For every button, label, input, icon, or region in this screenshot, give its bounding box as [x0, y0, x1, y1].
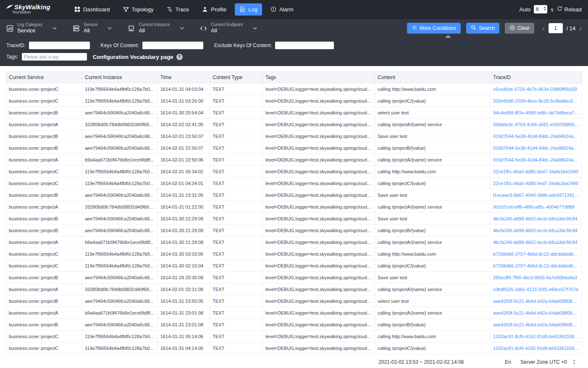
cell-trace-id[interactable]: f1eceee3-6b67-4040-998b-adc6871261c1 — [491, 189, 582, 201]
cell-trace-id[interactable]: aae4269f-0c21-4b4d-b42a-64ab08808ac8 — [491, 307, 582, 319]
cell-trace-id[interactable]: c6ced5de-5720-4d7b-9634-03f86ff55d30 — [491, 83, 582, 95]
table-row[interactable]: business-zone::projectC119e7f96564b4a4fb… — [6, 177, 582, 189]
cell-trace-id[interactable]: 002d7ce0-bff6-466f-a85c-4004677d8fbf — [491, 201, 582, 213]
cell-trace-id[interactable]: 285ecff8-7f50-4bc3-9093-6a7e50b6a9a3 — [491, 272, 582, 283]
table-row[interactable]: business-zone::projectBaee79464c59046fca… — [6, 107, 582, 119]
cell-content: calling /projectC/{value} — [375, 260, 491, 272]
more-conditions-button[interactable]: More Conditions — [407, 23, 461, 34]
next-page-icon[interactable]: › — [579, 25, 582, 32]
cell-trace-id[interactable]: 330e89d0-2039-4bce-8c28-5c0ba6bc8ce7 — [491, 95, 582, 107]
table-row[interactable]: business-zone::projectBaee79464c59046fca… — [6, 142, 582, 154]
cell-current-service: business-zone::projectC — [6, 166, 82, 177]
nav-item-log[interactable]: Log — [235, 3, 262, 16]
cell-trace-id[interactable]: b7338db6-3707-4b6d-8c12-ddcdabbdb45a — [491, 260, 582, 272]
language-toggle[interactable]: En — [505, 359, 511, 365]
table-row[interactable]: business-zone::projectC119e7f96564b4a4fb… — [6, 260, 582, 272]
auto-label: Auto — [520, 6, 531, 13]
table-row[interactable]: business-zone::projectA332808d0fc784db08… — [6, 283, 582, 295]
table-row[interactable]: business-zone::projectC119e7f96564b4a4fb… — [6, 331, 582, 342]
nav-item-profile[interactable]: Profile — [197, 3, 231, 16]
cell-trace-id[interactable]: 22ce1f5c-d6a0-4d80-9ed7-34afa1be2490 — [491, 166, 582, 177]
cell-content: calling /projectB/{value} — [375, 142, 491, 154]
cell-trace-id[interactable]: 94c4ed58-8f1e-4088-bd8c-bb74d8eca703 — [491, 107, 582, 119]
stepper-down-icon[interactable] — [543, 9, 546, 11]
keys-of-content-input[interactable] — [142, 42, 203, 49]
table-row[interactable]: business-zone::projectC119e7f96564b4a4fb… — [6, 248, 582, 260]
stepper-up-icon[interactable] — [543, 6, 546, 8]
skywalking-log-page: SkyWalking Rocketbot DashboardTopologyTr… — [0, 0, 588, 368]
cell-trace-id[interactable]: 1332ac91-8cf6-4162-91d9-be53361168a9 — [491, 331, 582, 342]
cell-tags: level=DEBUG,logger=test.skywalking.sprin… — [263, 331, 375, 342]
table-row[interactable]: business-zone::projectAb9a4aa671b0f476b8… — [6, 307, 582, 319]
table-row[interactable]: business-zone::projectBaee79464c59046fca… — [6, 295, 582, 307]
cell-trace-id[interactable]: c0bd6525-2a6c-4123-92f1-e68ce57f767d — [491, 283, 582, 295]
auto-interval-value[interactable] — [534, 6, 542, 12]
clear-button[interactable]: Clear — [505, 23, 534, 34]
selector-log-category[interactable]: Log CategoryService — [6, 22, 57, 34]
table-row[interactable]: business-zone::projectC119e7f96564b4a4fb… — [6, 83, 582, 95]
cell-trace-id[interactable]: 4bcfa246-dd99-4b52-bccb-b8ca3dc5fc94 — [491, 236, 582, 248]
exclude-keys-input[interactable] — [275, 42, 334, 49]
table-row[interactable]: business-zone::projectBaee79464c59046fca… — [6, 130, 582, 142]
zone-up-icon[interactable] — [573, 360, 575, 361]
nav-item-alarm[interactable]: Alarm — [266, 3, 298, 16]
cell-trace-id[interactable]: aae4269f-0c21-4b4d-b42a-64ab08808ac8 — [491, 295, 582, 307]
nav-item-topology[interactable]: Topology — [118, 3, 158, 16]
page-total-label: / 14 — [567, 25, 576, 32]
time-range-picker[interactable]: 2021-02-02 13:53 ~ 2021-02-02 14:08 — [378, 359, 464, 365]
skywalking-logo-icon — [6, 4, 13, 11]
cell-trace-id[interactable]: 1332ac91-8cf6-4162-91d9-be53361168a9 — [491, 342, 582, 354]
cell-time: 1614-01-30 20:54:04 — [158, 107, 210, 119]
table-row[interactable]: business-zone::projectA332808d0fc784db08… — [6, 201, 582, 213]
page-number-input[interactable]: 1 — [549, 23, 563, 33]
cell-trace-id[interactable]: 016d7044-5e38-41d4-84dc-24a98624a30e — [491, 154, 582, 166]
server-zone-stepper[interactable] — [573, 360, 575, 364]
cell-content: select user test — [375, 107, 491, 119]
table-row[interactable]: business-zone::projectA332808d0fc784db08… — [6, 119, 582, 130]
help-icon[interactable]: ? — [176, 54, 183, 60]
search-button[interactable]: Search — [466, 23, 499, 34]
tags-input[interactable] — [22, 53, 87, 61]
selector-current-instance[interactable]: Current InstanceAll — [128, 22, 184, 34]
table-row[interactable]: business-zone::projectBaee79464c59046fca… — [6, 225, 582, 236]
logo[interactable]: SkyWalking Rocketbot — [6, 4, 50, 15]
selector-service[interactable]: ServiceAll — [73, 22, 112, 34]
cell-tags: level=DEBUG,logger=test.skywalking.sprin… — [263, 283, 375, 295]
auto-interval-input[interactable] — [534, 5, 547, 13]
vocabulary-link[interactable]: Configuration Vocabulary page — [93, 54, 173, 60]
cell-trace-id[interactable]: 22ce1f5c-d6a0-4d80-9ed7-34afa1be2490 — [491, 177, 582, 189]
column-header-current-instance: Current Instance — [82, 72, 158, 83]
cell-content: calling /projectA/{name} service — [375, 154, 491, 166]
column-header-time: Time — [158, 72, 210, 83]
cell-current-instance: aee79464c59046fca2040a6c68... — [82, 213, 158, 225]
table-row[interactable]: business-zone::projectBaee79464c59046fca… — [6, 272, 582, 283]
cell-trace-id[interactable]: 016d7044-5e38-41d4-84dc-24a98624a30e — [491, 130, 582, 142]
prev-page-icon[interactable]: ‹ — [542, 25, 545, 32]
trace-id-input[interactable] — [29, 42, 90, 49]
cell-trace-id[interactable]: 59bbbb3c-4763-4c84-a581-e592f39865bd — [491, 119, 582, 130]
nav-item-trace[interactable]: Trace — [162, 3, 194, 16]
exclude-keys-label: Exclude Keys Of Content: — [214, 42, 272, 48]
auto-interval-stepper[interactable] — [543, 6, 546, 11]
table-row[interactable]: business-zone::projectAb9a4aa671b0f476b8… — [6, 236, 582, 248]
nav-item-dashboard[interactable]: Dashboard — [70, 3, 115, 16]
cell-trace-id[interactable]: b7338db6-3707-4b6d-8c12-ddcdabbdb45a — [491, 248, 582, 260]
cell-current-service: business-zone::projectB — [6, 189, 82, 201]
table-row[interactable]: business-zone::projectBaee79464c59046fca… — [6, 189, 582, 201]
cell-trace-id[interactable]: 4bcfa246-dd99-4b52-bccb-b8ca3dc5fc94 — [491, 225, 582, 236]
cell-trace-id[interactable]: aae4269f-0c21-4b4d-b42a-64ab08808ac8 — [491, 319, 582, 331]
pagination: ‹ 1 / 14 › — [542, 23, 582, 33]
column-header-tags: Tags — [263, 72, 375, 83]
table-row[interactable]: business-zone::projectC119e7f96564b4a4fb… — [6, 95, 582, 107]
table-row[interactable]: business-zone::projectC119e7f96564b4a4fb… — [6, 342, 582, 354]
table-row[interactable]: business-zone::projectAb9a4aa671b0f476b8… — [6, 154, 582, 166]
reload-button[interactable]: Reload — [557, 6, 582, 13]
cell-trace-id[interactable]: 4bcfa246-dd99-4b52-bccb-b8ca3dc5fc94 — [491, 213, 582, 225]
cell-content-type: TEXT — [210, 213, 263, 225]
table-row[interactable]: business-zone::projectC119e7f96564b4a4fb… — [6, 166, 582, 177]
zone-down-icon[interactable] — [573, 363, 575, 364]
cell-trace-id[interactable]: 016d7044-5e38-41d4-84dc-24a98624a30e — [491, 142, 582, 154]
selector-current-endpoint[interactable]: Current EndpointAll — [200, 22, 257, 34]
table-row[interactable]: business-zone::projectBaee79464c59046fca… — [6, 319, 582, 331]
table-row[interactable]: business-zone::projectBaee79464c59046fca… — [6, 213, 582, 225]
